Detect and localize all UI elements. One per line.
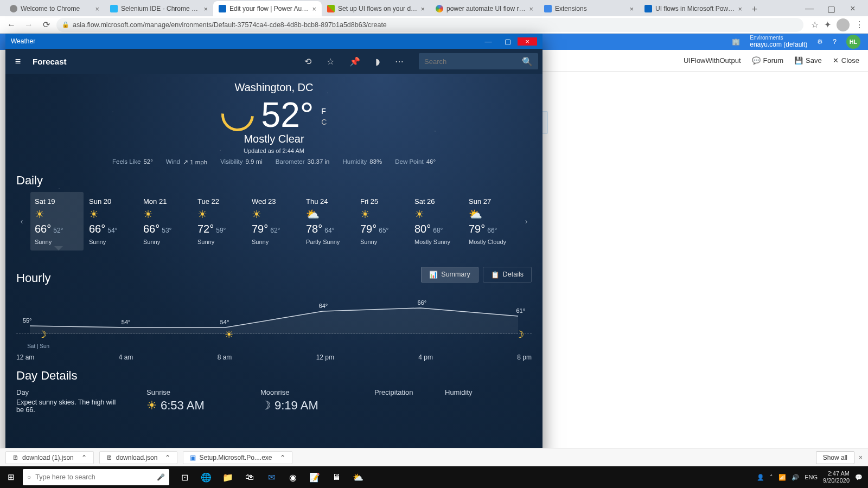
tab-setup-uiflows[interactable]: Set up UI flows on your device -× — [322, 1, 430, 16]
close-icon[interactable]: × — [629, 5, 634, 13]
close-icon[interactable]: × — [859, 454, 863, 461]
reload-button[interactable]: ⟳ — [39, 18, 53, 32]
taskbar-search-input[interactable] — [35, 473, 152, 481]
day-card[interactable]: Thu 24 ⛅ 78°64° Partly Sunny — [302, 192, 355, 251]
profile-avatar[interactable] — [837, 18, 850, 31]
maximize-icon[interactable]: ▢ — [820, 1, 842, 16]
pin-icon[interactable]: 📌 — [349, 56, 360, 67]
day-card[interactable]: Tue 22 ☀ 72°59° Sunny — [193, 192, 246, 251]
gear-icon[interactable]: ⚙ — [817, 38, 823, 46]
chrome-icon[interactable]: ◉ — [282, 466, 304, 488]
unit-celsius[interactable]: C — [321, 118, 327, 126]
day-card[interactable]: Sat 26 ☀ 80°68° Mostly Sunny — [410, 192, 463, 251]
chevron-up-icon[interactable]: ˄ — [770, 474, 773, 481]
weather-search[interactable]: 🔍 — [419, 53, 538, 69]
daily-prev-button[interactable]: ‹ — [16, 217, 27, 226]
tab-extensions[interactable]: Extensions× — [539, 1, 639, 16]
notifications-icon[interactable]: 💬 — [855, 474, 863, 481]
save-button[interactable]: 💾Save — [794, 56, 822, 65]
day-condition: Sunny — [252, 239, 296, 245]
start-button[interactable]: ⊞ — [0, 472, 22, 482]
day-condition: Mostly Cloudy — [469, 239, 513, 245]
environment-icon[interactable]: 🏢 — [732, 38, 740, 46]
day-card[interactable]: Wed 23 ☀ 79°62° Sunny — [247, 192, 301, 251]
day-label: Sat 26 — [414, 197, 459, 206]
explorer-icon[interactable]: 📁 — [217, 466, 239, 488]
weather-icon[interactable]: ⛅ — [347, 466, 369, 488]
wifi-icon[interactable]: 📶 — [778, 474, 786, 481]
stat-label: Barometer — [276, 158, 305, 166]
hourly-temp-label: 64° — [319, 303, 328, 309]
environment-selector[interactable]: Environments enayu.com (default) — [750, 35, 807, 48]
extension-icon — [544, 5, 552, 12]
extensions-icon[interactable]: ✦ — [824, 20, 831, 30]
star-icon[interactable]: ☆ — [327, 56, 334, 67]
forum-button[interactable]: 💬Forum — [752, 56, 784, 65]
help-icon[interactable]: ? — [833, 38, 837, 46]
close-button[interactable]: ✕Close — [833, 56, 859, 65]
hamburger-icon[interactable]: ≡ — [10, 56, 26, 67]
tab-selenium[interactable]: Selenium IDE - Chrome Web Sto...× — [105, 1, 213, 16]
weather-titlebar[interactable]: Weather — ▢ × — [5, 34, 542, 49]
daily-next-button[interactable]: › — [521, 217, 532, 226]
user-avatar[interactable]: HL — [846, 35, 860, 49]
close-icon[interactable]: × — [203, 5, 208, 13]
close-icon[interactable]: × — [518, 37, 537, 46]
clock[interactable]: 2:47 AM 9/20/2020 — [823, 470, 850, 484]
more-icon[interactable]: ⋯ — [395, 56, 404, 67]
close-icon[interactable]: × — [529, 5, 533, 13]
forward-button[interactable]: → — [22, 18, 36, 32]
mic-icon[interactable]: 🎤 — [157, 473, 165, 481]
close-icon[interactable]: × — [842, 1, 864, 16]
taskbar-search[interactable]: ○ 🎤 — [23, 469, 169, 485]
download-item[interactable]: ▣Setup.Microsoft.Po....exe⌃ — [183, 451, 292, 464]
task-view-icon[interactable]: ⊡ — [174, 466, 195, 488]
store-icon[interactable]: 🛍 — [239, 466, 260, 488]
flow-name[interactable]: UIFlowWithOutput — [684, 56, 741, 65]
menu-icon[interactable]: ⋮ — [855, 20, 864, 30]
tab-google-search[interactable]: power automate UI flow require× — [430, 1, 539, 16]
volume-icon[interactable]: 🔊 — [792, 474, 799, 481]
close-icon[interactable]: × — [312, 5, 316, 13]
chevron-up-icon[interactable]: ⌃ — [165, 454, 170, 461]
chevron-up-icon[interactable]: ⌃ — [81, 454, 87, 461]
minimize-icon[interactable]: — — [799, 1, 820, 16]
language-indicator[interactable]: ENG — [805, 474, 818, 480]
details-button[interactable]: 📋Details — [483, 267, 532, 282]
people-icon[interactable]: 👤 — [757, 474, 764, 481]
mail-icon[interactable]: ✉ — [260, 466, 282, 488]
address-bar[interactable]: 🔒 asia.flow.microsoft.com/manage/environ… — [56, 18, 803, 32]
tab-power-automate[interactable]: Edit your flow | Power Automate× — [213, 1, 322, 16]
settings-icon[interactable]: 🖥 — [326, 466, 347, 488]
day-card[interactable]: Mon 21 ☀ 66°53° Sunny — [139, 192, 192, 251]
day-card[interactable]: Sat 19 ☀ 66°52° Sunny — [30, 192, 84, 251]
tab-uiflows-docs[interactable]: UI flows in Microsoft Power Auto× — [639, 1, 748, 16]
close-icon[interactable]: × — [738, 5, 742, 13]
show-all-button[interactable]: Show all — [816, 451, 854, 464]
unit-fahrenheit[interactable]: F — [321, 107, 327, 115]
summary-button[interactable]: 📊Summary — [421, 267, 478, 282]
notepad-icon[interactable]: 📝 — [304, 466, 326, 488]
weather-icon: ☀ — [360, 208, 405, 221]
back-button[interactable]: ← — [4, 18, 18, 32]
star-icon[interactable]: ☆ — [811, 20, 819, 30]
search-icon[interactable]: 🔍 — [522, 56, 533, 67]
maximize-icon[interactable]: ▢ — [498, 37, 518, 46]
day-card[interactable]: Sun 20 ☀ 66°54° Sunny — [85, 192, 138, 251]
download-name: download (1).json — [22, 454, 74, 461]
day-card[interactable]: Sun 27 ⛅ 79°66° Mostly Cloudy — [464, 192, 518, 251]
search-input[interactable] — [424, 57, 522, 66]
close-icon[interactable]: × — [420, 5, 425, 13]
day-card[interactable]: Fri 25 ☀ 79°65° Sunny — [356, 192, 409, 251]
sun-icon: ☀ — [225, 329, 233, 341]
refresh-icon[interactable]: ⟲ — [304, 56, 311, 67]
new-tab-button[interactable]: + — [748, 2, 762, 16]
download-item[interactable]: 🗎download.json⌃ — [99, 451, 178, 464]
chevron-up-icon[interactable]: ⌃ — [280, 454, 285, 461]
download-item[interactable]: 🗎download (1).json⌃ — [5, 451, 94, 464]
tab-welcome[interactable]: Welcome to Chrome× — [4, 1, 105, 16]
moon-icon[interactable]: ◗ — [375, 56, 380, 67]
edge-icon[interactable]: 🌐 — [195, 466, 217, 488]
minimize-icon[interactable]: — — [478, 37, 498, 46]
close-icon[interactable]: × — [95, 5, 99, 13]
